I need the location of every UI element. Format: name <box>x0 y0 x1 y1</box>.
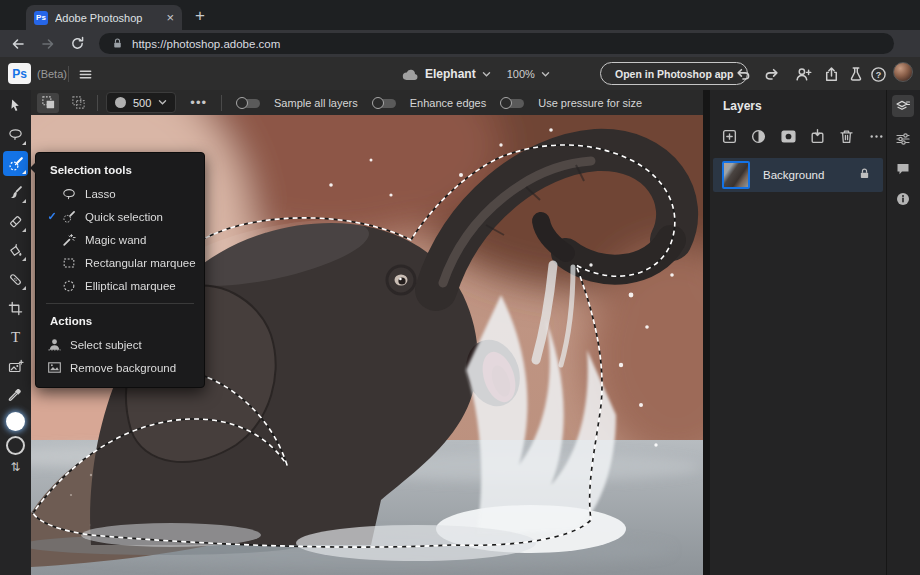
more-layers-options-icon[interactable] <box>867 126 886 146</box>
crop-tool[interactable] <box>3 296 28 321</box>
brush-tool[interactable] <box>3 180 28 205</box>
photoshop-web-app: Ps Adobe Photoshop × + https://photoshop… <box>0 0 920 575</box>
quick-selection-icon <box>59 210 79 224</box>
user-avatar[interactable] <box>893 62 913 82</box>
selection-tools-flyout: Selection tools Lasso ✓ Quick selection … <box>35 152 205 388</box>
healing-brush-tool[interactable] <box>3 267 28 292</box>
document-title-group: Elephant 100% <box>402 62 550 86</box>
flyout-item-quick-selection[interactable]: ✓ Quick selection <box>36 205 204 228</box>
header-divider <box>68 66 69 82</box>
layers-toolbar <box>710 113 886 146</box>
quick-selection-tool[interactable] <box>3 151 28 176</box>
background-color-swatch[interactable] <box>6 436 25 455</box>
undo-icon[interactable] <box>731 62 755 86</box>
move-tool[interactable] <box>3 93 28 118</box>
layers-panel-tab-icon[interactable] <box>892 95 914 117</box>
foreground-color-swatch[interactable] <box>6 412 25 431</box>
import-image-tool[interactable] <box>3 354 28 379</box>
add-layer-icon[interactable] <box>720 126 739 146</box>
magic-wand-icon <box>59 233 79 247</box>
flyout-item-elliptical-marquee[interactable]: Elliptical marquee <box>36 274 204 297</box>
layer-mask-icon[interactable] <box>779 126 798 146</box>
svg-text:?: ? <box>875 69 881 79</box>
options-divider <box>221 95 222 111</box>
add-to-selection-button[interactable] <box>37 93 59 113</box>
layer-thumbnail[interactable] <box>722 161 750 189</box>
lock-icon <box>111 37 124 50</box>
beaker-icon[interactable] <box>844 62 868 86</box>
address-bar[interactable]: https://photoshop.adobe.com <box>99 33 894 54</box>
delete-layer-icon[interactable] <box>837 126 856 146</box>
sample-all-layers-label: Sample all layers <box>274 97 358 109</box>
layers-panel: Layers Background <box>710 90 886 575</box>
remove-background-icon <box>44 360 64 375</box>
fill-tool[interactable] <box>3 238 28 263</box>
reload-icon[interactable] <box>70 36 85 51</box>
layer-row-background[interactable]: Background <box>713 158 883 192</box>
browser-tab-strip: Ps Adobe Photoshop × + <box>0 0 920 30</box>
help-icon[interactable]: ? <box>866 62 890 86</box>
cloud-icon <box>402 68 419 81</box>
subtract-from-selection-button[interactable] <box>67 93 89 113</box>
info-panel-icon[interactable] <box>892 188 914 210</box>
options-divider <box>97 95 98 111</box>
back-icon[interactable] <box>10 36 26 52</box>
tool-options-bar: 500 ••• Sample all layers Enhance edges … <box>31 90 703 115</box>
flyout-item-lasso[interactable]: Lasso <box>36 182 204 205</box>
lock-icon[interactable] <box>858 166 871 184</box>
tab-title: Adobe Photoshop <box>55 12 159 24</box>
photoshop-logo: Ps <box>8 63 31 84</box>
forward-icon[interactable] <box>40 36 56 52</box>
document-name[interactable]: Elephant <box>425 67 476 81</box>
check-icon: ✓ <box>45 210 59 223</box>
flyout-divider <box>46 303 194 304</box>
invite-people-icon[interactable] <box>791 62 815 86</box>
beta-label: (Beta) <box>37 68 67 80</box>
elliptical-marquee-icon <box>59 279 79 293</box>
actions-title: Actions <box>36 310 204 333</box>
use-pressure-toggle[interactable] <box>500 97 524 109</box>
redo-icon[interactable] <box>759 62 783 86</box>
select-subject-icon <box>44 337 64 352</box>
lasso-tool[interactable] <box>3 122 28 147</box>
chevron-down-icon <box>158 99 167 106</box>
hamburger-menu-icon[interactable] <box>73 62 97 86</box>
photoshop-favicon: Ps <box>34 11 48 25</box>
close-tab-icon[interactable]: × <box>166 11 174 24</box>
browser-tab[interactable]: Ps Adobe Photoshop × <box>26 5 182 30</box>
lasso-icon <box>59 187 79 201</box>
flyout-item-rectangular-marquee[interactable]: Rectangular marquee <box>36 251 204 274</box>
layers-panel-title: Layers <box>710 90 886 113</box>
group-layers-icon[interactable] <box>808 126 827 146</box>
rectangular-marquee-icon <box>59 256 79 270</box>
zoom-level[interactable]: 100% <box>507 68 535 80</box>
chevron-down-icon[interactable] <box>482 71 491 78</box>
swap-colors-icon[interactable]: ⇅ <box>3 458 28 476</box>
use-pressure-label: Use pressure for size <box>538 97 642 109</box>
brush-preview-dot <box>115 97 126 108</box>
eraser-tool[interactable] <box>3 209 28 234</box>
enhance-edges-label: Enhance edges <box>410 97 486 109</box>
flyout-item-magic-wand[interactable]: Magic wand <box>36 228 204 251</box>
type-tool[interactable]: T <box>3 325 28 350</box>
flyout-title: Selection tools <box>36 159 204 182</box>
share-icon[interactable] <box>819 62 843 86</box>
more-options-button[interactable]: ••• <box>184 95 213 110</box>
properties-panel-icon[interactable] <box>892 128 914 150</box>
eyedropper-tool[interactable] <box>3 383 28 408</box>
chevron-down-icon[interactable] <box>541 71 550 78</box>
sample-all-layers-toggle[interactable] <box>236 97 260 109</box>
browser-toolbar: https://photoshop.adobe.com <box>0 30 920 57</box>
layer-name: Background <box>763 169 858 181</box>
enhance-edges-toggle[interactable] <box>372 97 396 109</box>
comments-panel-icon[interactable] <box>892 158 914 180</box>
brush-size-dropdown[interactable]: 500 <box>106 92 176 113</box>
adjustment-layer-icon[interactable] <box>749 126 768 146</box>
flyout-action-select-subject[interactable]: Select subject <box>36 333 204 356</box>
brush-size-value: 500 <box>133 97 151 109</box>
flyout-action-remove-background[interactable]: Remove background <box>36 356 204 379</box>
new-tab-button[interactable]: + <box>188 4 212 28</box>
url-text: https://photoshop.adobe.com <box>132 38 280 50</box>
open-in-photoshop-app-button[interactable]: Open in Photoshop app <box>600 62 748 85</box>
